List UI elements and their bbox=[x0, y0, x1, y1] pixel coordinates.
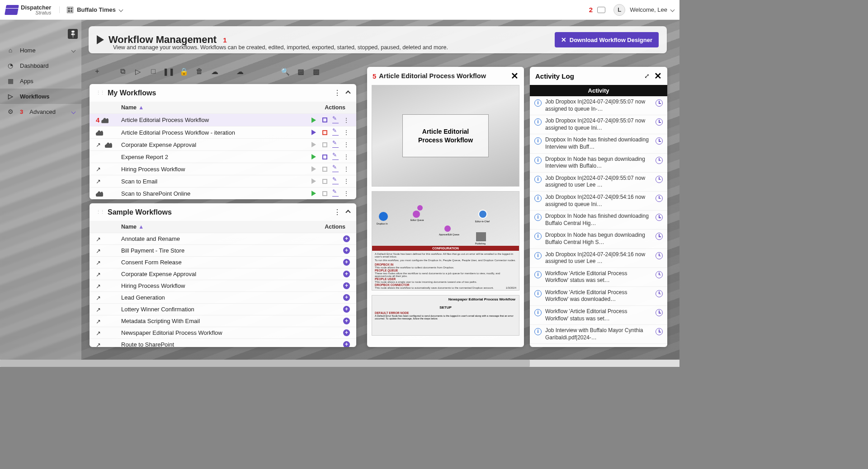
workflow-row[interactable]: 4 Article Editorial Process Workflow ⋮ bbox=[90, 113, 356, 126]
row-menu-button[interactable]: ⋮ bbox=[343, 178, 350, 185]
user-menu[interactable]: Welcome, Lee bbox=[630, 6, 674, 13]
sample-workflow-row[interactable]: Route to SharePoint + bbox=[90, 338, 356, 347]
run-button[interactable] bbox=[310, 165, 317, 173]
download-designer-button[interactable]: ✕ Download Workflow Designer bbox=[555, 32, 659, 47]
activity-item[interactable]: i Job Dropbox In|2024-07-24|09:55:07 now… bbox=[530, 173, 667, 192]
row-menu-button[interactable]: ⋮ bbox=[343, 129, 350, 136]
add-sample-button[interactable]: + bbox=[343, 306, 350, 313]
activity-item[interactable]: i Job Dropbox In|2024-07-24|09:55:07 now… bbox=[530, 115, 667, 134]
add-sample-button[interactable]: + bbox=[343, 318, 350, 324]
row-menu-button[interactable]: ⋮ bbox=[343, 165, 350, 173]
stop-button[interactable] bbox=[321, 141, 328, 148]
sample-workflow-row[interactable]: Lottery Winner Confirmation + bbox=[90, 303, 356, 315]
pause-button[interactable]: ❚❚ bbox=[164, 66, 174, 76]
name-column-header[interactable]: Name▲ bbox=[121, 104, 144, 111]
search-button[interactable]: 🔍 bbox=[280, 66, 290, 76]
activity-item[interactable]: i Job Dropbox In|2024-07-24|09:55:07 now… bbox=[530, 96, 667, 115]
close-preview-button[interactable]: ✕ bbox=[511, 70, 519, 81]
card-menu-button[interactable]: ⋮ bbox=[334, 89, 341, 97]
stop-button[interactable] bbox=[321, 178, 328, 185]
add-sample-button[interactable]: + bbox=[343, 329, 350, 336]
add-sample-button[interactable]: + bbox=[343, 259, 350, 266]
cloud-up-button[interactable]: ☁ bbox=[210, 66, 220, 76]
workflow-row[interactable]: Hiring Process Workflow ⋮ bbox=[90, 163, 356, 175]
activity-item[interactable]: i Job Dropbox In|2024-07-24|09:54:16 now… bbox=[530, 192, 667, 211]
edit-button[interactable] bbox=[332, 117, 339, 124]
sidebar-item-apps[interactable]: ▦ Apps bbox=[0, 73, 81, 89]
hide-preview-button[interactable]: ▩ bbox=[296, 66, 306, 76]
workflow-row[interactable]: Expense Report 2 ⋮ bbox=[90, 150, 356, 163]
chat-icon[interactable] bbox=[597, 7, 605, 13]
pin-sidebar-button[interactable] bbox=[68, 29, 78, 39]
name-column-header[interactable]: Name▲ bbox=[121, 224, 144, 230]
sidebar-item-home[interactable]: ⌂ Home bbox=[0, 42, 81, 58]
row-menu-button[interactable]: ⋮ bbox=[343, 153, 350, 160]
run-button[interactable] bbox=[310, 178, 317, 185]
hide-log-button[interactable]: ▩ bbox=[311, 66, 321, 76]
activity-item[interactable]: i Job Dropbox In|2024-07-24|09:54:16 now… bbox=[530, 249, 667, 268]
card-menu-button[interactable]: ⋮ bbox=[334, 208, 341, 216]
run-button[interactable] bbox=[310, 117, 317, 124]
sample-workflow-row[interactable]: Corporate Expense Approval + bbox=[90, 268, 356, 280]
sidebar-item-workflows[interactable]: ▷ Workflows bbox=[0, 89, 81, 104]
add-sample-button[interactable]: + bbox=[343, 282, 350, 289]
workflow-row[interactable]: Scan to SharePoint Online ⋮ bbox=[90, 187, 356, 199]
preview-thumbnail-1[interactable]: Article EditorialProcess Workflow bbox=[372, 85, 519, 187]
run-button[interactable] bbox=[310, 190, 317, 197]
add-sample-button[interactable]: + bbox=[343, 247, 350, 254]
edit-button[interactable] bbox=[332, 153, 339, 160]
sample-workflow-row[interactable]: Metadata Scripting With Email + bbox=[90, 315, 356, 327]
cloud-down-button[interactable]: ☁ bbox=[235, 66, 245, 76]
delete-button[interactable]: 🗑 bbox=[194, 66, 204, 76]
add-sample-button[interactable]: + bbox=[343, 271, 350, 277]
run-button[interactable] bbox=[310, 129, 317, 136]
copy-button[interactable]: ⧉ bbox=[118, 66, 127, 76]
add-sample-button[interactable]: + bbox=[343, 294, 350, 301]
avatar[interactable]: L bbox=[613, 4, 625, 16]
workflow-row[interactable]: Scan to Email ⋮ bbox=[90, 175, 356, 187]
sample-workflow-row[interactable]: Bill Payment - Tire Store + bbox=[90, 244, 356, 256]
run-button[interactable] bbox=[310, 141, 317, 148]
sample-workflow-row[interactable]: Lead Generation + bbox=[90, 291, 356, 303]
run-button[interactable] bbox=[310, 153, 317, 160]
activity-item[interactable]: i Dropbox In Node has begun downloading … bbox=[530, 154, 667, 173]
activity-item[interactable]: i Dropbox In Node has finished downloadi… bbox=[530, 211, 667, 230]
sample-workflow-row[interactable]: Annotate and Rename + bbox=[90, 233, 356, 244]
stop-button[interactable] bbox=[321, 165, 328, 173]
activity-item[interactable]: i Job Interview with Buffalo Mayor Cynth… bbox=[530, 325, 667, 344]
row-menu-button[interactable]: ⋮ bbox=[343, 190, 350, 197]
drag-handle-icon[interactable]: ⋮⋮ bbox=[96, 90, 104, 96]
preview-thumbnail-2[interactable]: Article Editorial Process Workflow Dropb… bbox=[372, 191, 519, 291]
workflow-row[interactable]: Corporate Expense Approval ⋮ bbox=[90, 138, 356, 150]
row-menu-button[interactable]: ⋮ bbox=[343, 117, 350, 124]
edit-button[interactable] bbox=[332, 165, 339, 173]
edit-button[interactable] bbox=[332, 178, 339, 185]
org-switcher[interactable]: Buffalo Times bbox=[59, 6, 123, 13]
workflow-row[interactable]: Article Editorial Process Workflow - ite… bbox=[90, 126, 356, 138]
activity-item[interactable]: i Workflow 'Article Editorial Process Wo… bbox=[530, 268, 667, 287]
activity-item[interactable]: i Workflow 'Article Editorial Process Wo… bbox=[530, 306, 667, 325]
sidebar-item-dashboard[interactable]: ◔ Dashboard bbox=[0, 58, 81, 73]
stop-button[interactable] bbox=[321, 190, 328, 197]
add-sample-button[interactable]: + bbox=[343, 341, 350, 347]
collapse-button[interactable] bbox=[345, 90, 350, 95]
add-button[interactable]: + bbox=[92, 66, 102, 76]
activity-item[interactable]: i Job Interview with Buffalo Mayor Cynth… bbox=[530, 344, 667, 347]
sample-workflow-row[interactable]: Newspaper Editorial Process Workflow + bbox=[90, 327, 356, 338]
row-menu-button[interactable]: ⋮ bbox=[343, 141, 350, 148]
preview-thumbnail-3[interactable]: Newspaper Editorial Process Workflow SET… bbox=[372, 295, 519, 336]
activity-tab[interactable]: Activity bbox=[530, 85, 667, 96]
lock-button[interactable]: 🔒 bbox=[179, 66, 189, 76]
close-activity-button[interactable]: ✕ bbox=[654, 70, 662, 81]
play-button[interactable]: ▷ bbox=[133, 66, 143, 76]
horizontal-scrollbar[interactable] bbox=[0, 360, 679, 367]
activity-item[interactable]: i Dropbox In Node has finished downloadi… bbox=[530, 134, 667, 153]
activity-item[interactable]: i Workflow 'Article Editorial Process Wo… bbox=[530, 287, 667, 306]
drag-handle-icon[interactable]: ⋮⋮ bbox=[96, 209, 104, 215]
stop-button[interactable] bbox=[321, 117, 328, 124]
stop-button[interactable]: □ bbox=[148, 66, 158, 76]
edit-button[interactable] bbox=[332, 141, 339, 148]
popout-icon[interactable]: ⤢ bbox=[644, 72, 650, 80]
sidebar-item-advanced[interactable]: ⚙ 3 Advanced bbox=[0, 104, 81, 119]
add-sample-button[interactable]: + bbox=[343, 235, 350, 242]
